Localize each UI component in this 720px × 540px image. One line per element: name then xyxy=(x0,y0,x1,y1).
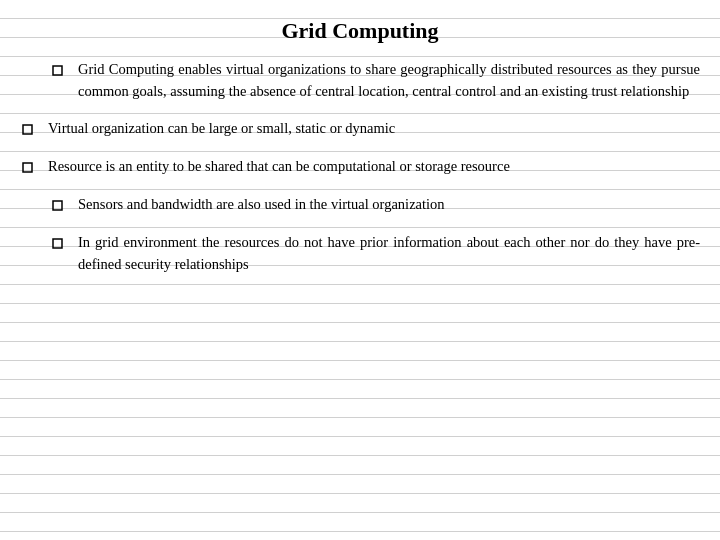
bullet-section-2: Virtual organization can be large or sma… xyxy=(20,117,700,141)
svg-rect-1 xyxy=(23,125,32,134)
bullet-text-3: Resource is an entity to be shared that … xyxy=(48,155,700,177)
bullet-icon-1 xyxy=(50,58,78,82)
bullet-text-4: Sensors and bandwidth are also used in t… xyxy=(78,193,700,215)
bullet-section-3: Resource is an entity to be shared that … xyxy=(20,155,700,179)
bullet-section-4: Sensors and bandwidth are also used in t… xyxy=(20,193,700,217)
bullet-icon-3 xyxy=(20,155,48,179)
svg-rect-2 xyxy=(23,163,32,172)
bullet-section-1: Grid Computing enables virtual organizat… xyxy=(20,58,700,103)
bullet-section-5: In grid environment the resources do not… xyxy=(20,231,700,276)
svg-rect-0 xyxy=(53,66,62,75)
bullets-container: Grid Computing enables virtual organizat… xyxy=(20,58,700,276)
bullet-icon-5 xyxy=(50,231,78,255)
bullet-icon-4 xyxy=(50,193,78,217)
bullet-text-5: In grid environment the resources do not… xyxy=(78,231,700,276)
bullet-icon-2 xyxy=(20,117,48,141)
slide-title: Grid Computing xyxy=(20,18,700,44)
bullet-text-2: Virtual organization can be large or sma… xyxy=(48,117,700,139)
svg-rect-4 xyxy=(53,239,62,248)
svg-rect-3 xyxy=(53,201,62,210)
bullet-text-1: Grid Computing enables virtual organizat… xyxy=(78,58,700,103)
slide-page: Grid Computing Grid Computing enables vi… xyxy=(0,0,720,540)
slide-content: Grid Computing Grid Computing enables vi… xyxy=(20,18,700,276)
